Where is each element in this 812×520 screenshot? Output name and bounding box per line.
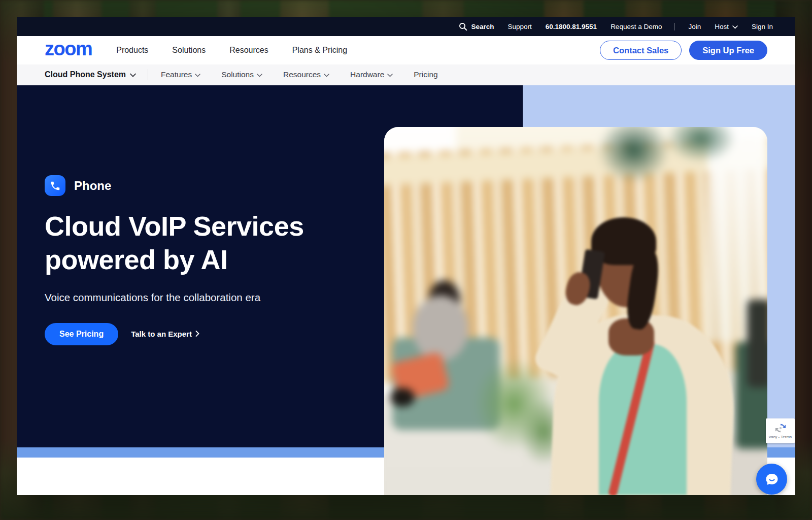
search-link[interactable]: Search (459, 22, 494, 31)
sign-in-link[interactable]: Sign In (752, 23, 773, 30)
talk-to-expert-link[interactable]: Talk to an Expert (131, 330, 199, 338)
main-nav-links: Products Solutions Resources Plans & Pri… (116, 46, 347, 55)
nav-resources[interactable]: Resources (229, 46, 268, 55)
subnav-pricing[interactable]: Pricing (414, 70, 437, 79)
main-nav: zoom Products Solutions Resources Plans … (17, 36, 795, 64)
chat-bubble-icon (764, 471, 780, 488)
nav-solutions[interactable]: Solutions (172, 46, 206, 55)
hero-title-line1: Cloud VoIP Services (45, 211, 304, 241)
support-link[interactable]: Support (507, 23, 531, 30)
hero-subtitle: Voice communications for the collaborati… (45, 291, 359, 304)
sales-phone-number[interactable]: 60.1800.81.9551 (546, 23, 597, 30)
subnav-pricing-label: Pricing (414, 70, 437, 79)
sign-up-free-button[interactable]: Sign Up Free (689, 41, 767, 60)
chevron-down-icon (257, 70, 262, 79)
current-product-label: Cloud Phone System (45, 70, 126, 79)
chat-widget-button[interactable] (756, 464, 787, 495)
chevron-right-icon (195, 330, 199, 338)
hero-title: Cloud VoIP Services powered by AI (45, 210, 359, 277)
subnav-solutions-label: Solutions (221, 70, 254, 79)
phone-handset-icon (50, 180, 61, 191)
subnav-features-label: Features (161, 70, 192, 79)
utility-divider (674, 23, 674, 30)
chevron-down-icon (387, 70, 393, 79)
host-menu[interactable]: Host (715, 23, 738, 30)
talk-to-expert-label: Talk to an Expert (131, 330, 192, 338)
nav-products[interactable]: Products (116, 46, 148, 55)
product-sub-nav: Cloud Phone System Features Solutions (17, 64, 795, 85)
utility-bar: Search Support 60.1800.81.9551 Request a… (17, 17, 795, 36)
subnav-links: Features Solutions Resources Hardware (161, 70, 438, 79)
hero-content: Phone Cloud VoIP Services powered by AI … (45, 175, 359, 345)
search-label: Search (471, 23, 494, 30)
subnav-current-product[interactable]: Cloud Phone System (45, 70, 136, 79)
host-label: Host (715, 23, 729, 30)
subnav-hardware[interactable]: Hardware (350, 70, 393, 79)
hero-section: Phone Cloud VoIP Services powered by AI … (17, 85, 795, 495)
chevron-down-icon (130, 70, 136, 79)
chevron-down-icon (195, 70, 200, 79)
hero-title-line2: powered by AI (45, 244, 228, 275)
subnav-solutions[interactable]: Solutions (221, 70, 262, 79)
product-label: Phone (74, 179, 111, 193)
hero-cta-row: See Pricing Talk to an Expert (45, 323, 359, 345)
chevron-down-icon (324, 70, 329, 79)
product-eyebrow: Phone (45, 175, 359, 196)
recaptcha-icon (775, 422, 786, 434)
see-pricing-button[interactable]: See Pricing (45, 323, 118, 345)
subnav-features[interactable]: Features (161, 70, 200, 79)
subnav-resources-label: Resources (283, 70, 321, 79)
recaptcha-terms-text: vacy - Terms (769, 435, 792, 439)
photo-foreground-woman (384, 127, 767, 495)
contact-sales-button[interactable]: Contact Sales (600, 41, 682, 60)
browser-page: Search Support 60.1800.81.9551 Request a… (17, 17, 795, 495)
phone-product-icon (45, 175, 65, 196)
main-nav-actions: Contact Sales Sign Up Free (600, 41, 767, 60)
request-demo-link[interactable]: Request a Demo (611, 23, 662, 30)
subnav-resources[interactable]: Resources (283, 70, 329, 79)
hero-photo (384, 127, 767, 495)
search-icon (459, 22, 467, 31)
subnav-divider (148, 69, 148, 80)
subnav-hardware-label: Hardware (350, 70, 384, 79)
nav-plans-pricing[interactable]: Plans & Pricing (292, 46, 348, 55)
recaptcha-badge[interactable]: vacy - Terms (766, 418, 795, 443)
chevron-down-icon (732, 23, 738, 30)
join-link[interactable]: Join (688, 23, 701, 30)
zoom-logo[interactable]: zoom (45, 40, 92, 57)
